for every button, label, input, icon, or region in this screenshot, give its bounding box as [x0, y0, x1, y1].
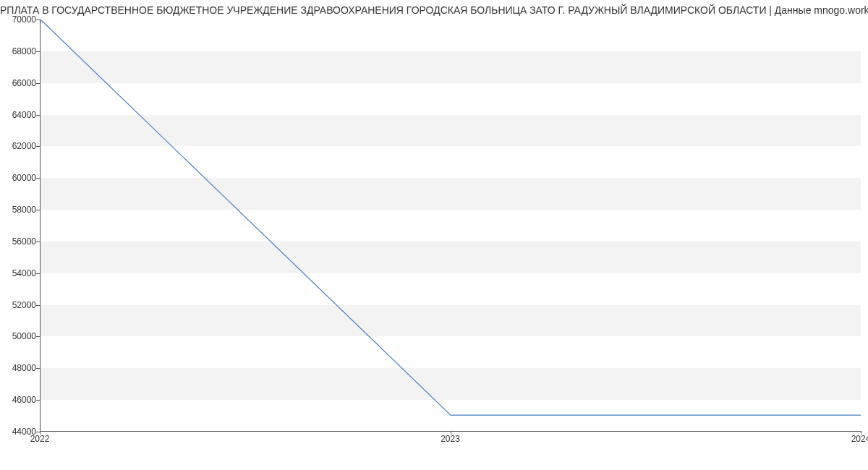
y-tick-mark — [36, 400, 40, 401]
y-tick-mark — [36, 20, 40, 20]
y-tick-label: 58000 — [4, 205, 36, 215]
x-tick-label: 2023 — [441, 434, 460, 444]
y-tick-mark — [36, 242, 40, 242]
y-tick-mark — [36, 210, 40, 210]
y-tick-label: 70000 — [4, 14, 36, 25]
y-tick-mark — [36, 178, 40, 179]
y-tick-mark — [36, 305, 40, 306]
y-tick-label: 54000 — [4, 268, 36, 278]
y-tick-label: 62000 — [4, 141, 36, 151]
line-series — [41, 20, 861, 431]
y-tick-mark — [36, 51, 40, 52]
y-tick-mark — [36, 368, 40, 369]
x-tick-label: 2022 — [30, 434, 50, 444]
y-tick-mark — [36, 115, 40, 116]
y-tick-mark — [36, 273, 40, 274]
y-tick-label: 52000 — [4, 300, 36, 310]
x-tick-mark — [451, 431, 451, 435]
y-tick-label: 48000 — [4, 363, 36, 373]
plot-area — [40, 20, 861, 432]
y-tick-mark — [36, 83, 40, 84]
y-tick-mark — [36, 146, 40, 147]
y-tick-label: 56000 — [4, 236, 36, 247]
chart-title: РПЛАТА В ГОСУДАРСТВЕННОЕ БЮДЖЕТНОЕ УЧРЕЖ… — [0, 0, 868, 16]
y-tick-mark — [36, 336, 40, 337]
y-tick-label: 68000 — [4, 46, 36, 56]
y-tick-label: 64000 — [4, 110, 36, 120]
x-tick-label: 2024 — [851, 434, 868, 444]
x-tick-mark — [40, 431, 41, 435]
y-tick-label: 46000 — [4, 395, 36, 405]
y-tick-label: 50000 — [4, 331, 36, 341]
x-tick-mark — [861, 431, 861, 435]
y-tick-label: 60000 — [4, 173, 36, 183]
y-tick-label: 66000 — [4, 78, 36, 88]
